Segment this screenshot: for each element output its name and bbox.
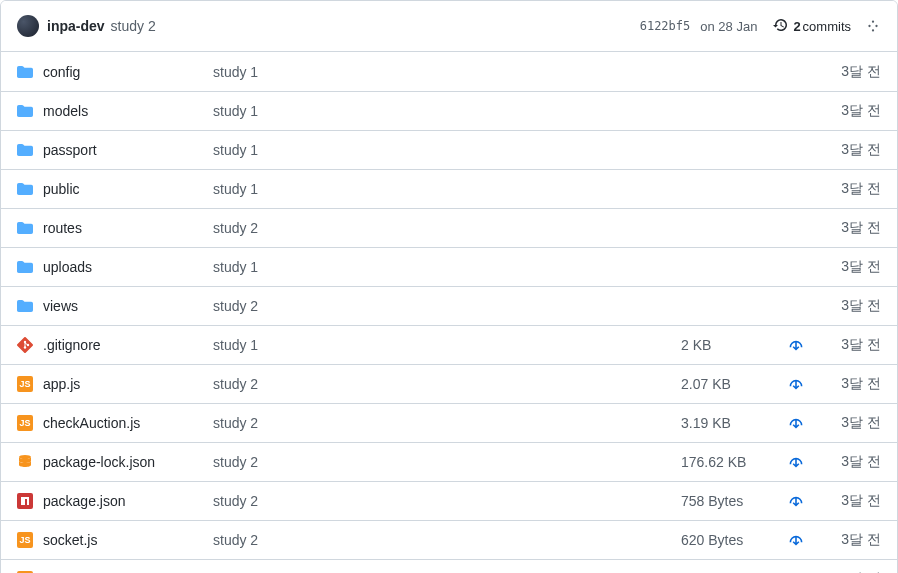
file-row: uploadsstudy 13달 전 [1, 247, 897, 286]
file-icon-cell [17, 454, 43, 470]
commits-label: commits [803, 19, 851, 34]
download-button[interactable] [771, 531, 821, 549]
file-time: 3달 전 [821, 258, 881, 276]
svg-point-1 [868, 25, 870, 27]
file-row: JSapp.jsstudy 22.07 KB3달 전 [1, 364, 897, 403]
file-time: 3달 전 [821, 492, 881, 510]
commit-hash[interactable]: 6122bf5 [640, 19, 691, 33]
file-row: JScheckAuction.jsstudy 23.19 KB3달 전 [1, 403, 897, 442]
svg-rect-9 [25, 499, 27, 505]
file-row: configstudy 13달 전 [1, 52, 897, 91]
file-commit-message[interactable]: study 1 [213, 337, 681, 353]
file-commit-message[interactable]: study 2 [213, 532, 681, 548]
file-name[interactable]: checkAuction.js [43, 415, 213, 431]
file-row: routesstudy 23달 전 [1, 208, 897, 247]
git-icon [17, 337, 33, 353]
file-size: 2 KB [681, 337, 771, 353]
file-commit-message[interactable]: study 2 [213, 298, 681, 314]
file-commit-message[interactable]: study 1 [213, 64, 681, 80]
file-commit-message[interactable]: study 2 [213, 415, 681, 431]
download-button[interactable] [771, 414, 821, 432]
file-size: 620 Bytes [681, 532, 771, 548]
file-commit-message[interactable]: study 1 [213, 103, 681, 119]
folder-icon [17, 298, 33, 314]
file-icon-cell [17, 103, 43, 119]
folder-icon [17, 142, 33, 158]
file-commit-message[interactable]: study 2 [213, 376, 681, 392]
file-icon-cell [17, 298, 43, 314]
more-button[interactable] [865, 19, 881, 33]
npm-icon [17, 493, 33, 509]
file-row: package-lock.jsonstudy 2176.62 KB3달 전 [1, 442, 897, 481]
file-commit-message[interactable]: study 1 [213, 142, 681, 158]
file-time: 3달 전 [821, 219, 881, 237]
js-file-icon: JS [17, 532, 33, 548]
folder-icon [17, 220, 33, 236]
avatar[interactable] [17, 15, 39, 37]
file-name[interactable]: socket.js [43, 532, 213, 548]
file-time: 3달 전 [821, 141, 881, 159]
file-name[interactable]: .gitignore [43, 337, 213, 353]
folder-icon [17, 259, 33, 275]
file-time: 3달 전 [821, 336, 881, 354]
file-row: viewsstudy 23달 전 [1, 286, 897, 325]
js-file-icon: JS [17, 415, 33, 431]
file-commit-message[interactable]: study 2 [213, 454, 681, 470]
file-time: 3달 전 [821, 297, 881, 315]
file-icon-cell [17, 220, 43, 236]
folder-icon [17, 64, 33, 80]
file-commit-message[interactable]: study 1 [213, 181, 681, 197]
download-button[interactable] [771, 336, 821, 354]
db-icon [17, 454, 33, 470]
file-time: 3달 전 [821, 63, 881, 81]
svg-point-2 [875, 25, 877, 27]
file-row: package.jsonstudy 2758 Bytes3달 전 [1, 481, 897, 520]
file-name[interactable]: uploads [43, 259, 213, 275]
file-row: publicstudy 13달 전 [1, 169, 897, 208]
file-list: configstudy 13달 전modelsstudy 13달 전passpo… [1, 52, 897, 573]
download-button[interactable] [771, 492, 821, 510]
file-size: 176.62 KB [681, 454, 771, 470]
file-row: passportstudy 13달 전 [1, 130, 897, 169]
js-file-icon: JS [17, 376, 33, 392]
file-name[interactable]: config [43, 64, 213, 80]
file-name[interactable]: models [43, 103, 213, 119]
download-button[interactable] [771, 453, 821, 471]
file-icon-cell: JS [17, 376, 43, 392]
folder-icon [17, 181, 33, 197]
file-time: 3달 전 [821, 531, 881, 549]
file-commit-message[interactable]: study 2 [213, 220, 681, 236]
file-name[interactable]: public [43, 181, 213, 197]
author-name[interactable]: inpa-dev [47, 18, 105, 34]
file-row: JSsocket.jsstudy 2620 Bytes3달 전 [1, 520, 897, 559]
file-icon-cell [17, 493, 43, 509]
file-name[interactable]: views [43, 298, 213, 314]
file-name[interactable]: routes [43, 220, 213, 236]
file-name[interactable]: passport [43, 142, 213, 158]
file-size: 758 Bytes [681, 493, 771, 509]
file-size: 3.19 KB [681, 415, 771, 431]
file-row: .gitignorestudy 12 KB3달 전 [1, 325, 897, 364]
history-icon [773, 17, 789, 36]
commit-header: inpa-dev study 2 6122bf5 on 28 Jan 2 com… [1, 1, 897, 52]
commits-link[interactable]: 2 commits [773, 17, 851, 36]
file-icon-cell [17, 259, 43, 275]
file-icon-cell: JS [17, 415, 43, 431]
svg-point-7 [19, 455, 31, 459]
commits-count: 2 [793, 19, 800, 34]
file-name[interactable]: app.js [43, 376, 213, 392]
file-name[interactable]: package-lock.json [43, 454, 213, 470]
file-time: 3달 전 [821, 102, 881, 120]
file-icon-cell [17, 142, 43, 158]
commit-message[interactable]: study 2 [111, 18, 156, 34]
file-icon-cell [17, 64, 43, 80]
file-commit-message[interactable]: study 1 [213, 259, 681, 275]
file-row: modelsstudy 13달 전 [1, 91, 897, 130]
file-size: 2.07 KB [681, 376, 771, 392]
file-icon-cell [17, 337, 43, 353]
file-name[interactable]: package.json [43, 493, 213, 509]
file-commit-message[interactable]: study 2 [213, 493, 681, 509]
file-browser: inpa-dev study 2 6122bf5 on 28 Jan 2 com… [0, 0, 898, 573]
file-time: 3달 전 [821, 414, 881, 432]
download-button[interactable] [771, 375, 821, 393]
